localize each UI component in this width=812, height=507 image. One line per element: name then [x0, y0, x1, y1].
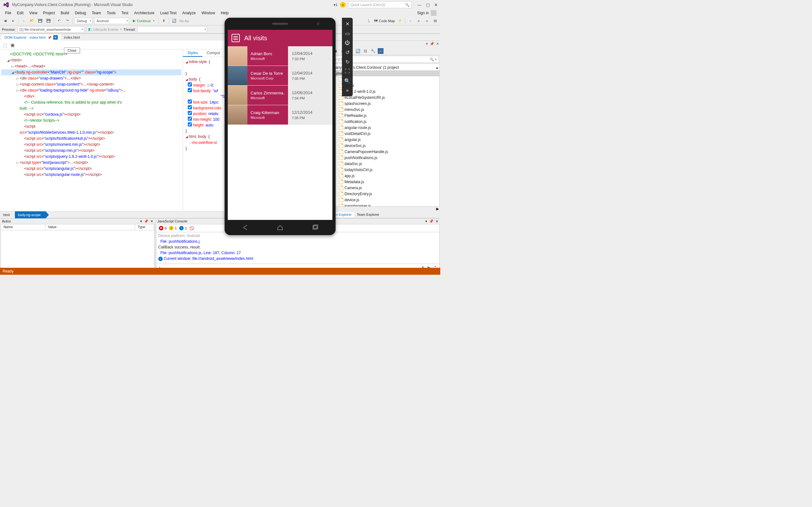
close-icon[interactable]: ✕ — [436, 42, 439, 46]
file-item[interactable]: eLocalFileSystemURI.js — [323, 95, 439, 101]
sol-collapse-icon[interactable]: ⊟ — [362, 48, 368, 54]
notifications-flag[interactable]: ▾1 — [334, 3, 338, 7]
recents-icon[interactable] — [311, 224, 318, 231]
close-button[interactable]: ✕ — [434, 3, 438, 7]
tb-icon-4[interactable]: ≡ — [424, 18, 430, 24]
quick-launch-input[interactable]: Quick Launch (Ctrl+Q)🔍 — [348, 1, 412, 8]
visit-row[interactable]: Cesar De la TorreMicrosoft Corp12/04/201… — [228, 66, 333, 86]
config-dropdown[interactable]: Debug — [74, 18, 92, 24]
menu-help[interactable]: Help — [218, 10, 231, 16]
menu-view[interactable]: View — [27, 10, 40, 16]
user-avatar-icon[interactable] — [431, 10, 437, 16]
file-item[interactable]: visitDetailCtrl.js — [323, 130, 439, 136]
visit-list[interactable]: Adrian BorsMicrosoft12/04/20147:03 PMCes… — [228, 46, 333, 220]
menu-loadtest[interactable]: Load Test — [158, 10, 179, 16]
tb-icon-5[interactable]: ▤ — [432, 18, 438, 24]
file-item[interactable]: va.js — [323, 76, 439, 82]
tb-icon-1[interactable]: ⚡ — [397, 18, 403, 24]
file-item[interactable]: menuSvc.js — [323, 107, 439, 112]
home-icon[interactable] — [276, 224, 284, 231]
forward-icon[interactable]: ▸ — [10, 18, 16, 24]
code-map-button[interactable]: 🗺Code Map — [374, 19, 395, 23]
jsc-output[interactable]: Device platform: Android File: pushNotif… — [156, 232, 440, 264]
visit-row[interactable]: Craig KittermanMicrosoft12/12/20147:05 P… — [228, 105, 333, 125]
file-item[interactable]: Ctrl.js — [323, 82, 439, 89]
new-item-icon[interactable]: ▫ — [20, 18, 27, 24]
phone-screen[interactable]: All visits Adrian BorsMicrosoft12/04/201… — [228, 30, 333, 220]
file-item[interactable]: y-1.8.2-win8-1.0.js — [323, 89, 439, 95]
save-all-icon[interactable]: 💾 — [45, 18, 52, 24]
solution-search-input[interactable]: xplorer (Ctrl+;) 🔍 ▾ — [324, 56, 439, 63]
refresh-icon[interactable]: 🔄 — [171, 18, 177, 24]
tb-icon-3[interactable]: ≡ — [415, 18, 422, 24]
emu-rotate-right-icon[interactable]: ↻ — [342, 57, 353, 66]
menu-project[interactable]: Project — [41, 10, 57, 16]
redo-icon[interactable]: ↷ — [64, 18, 70, 24]
dropdown-icon[interactable]: ▾ — [425, 219, 427, 223]
restore-button[interactable]: ▢ — [426, 3, 430, 7]
menu-file[interactable]: File — [3, 10, 14, 16]
file-item[interactable]: splashscreen.js — [323, 101, 439, 107]
sign-in-link[interactable]: Sign in — [417, 11, 429, 15]
file-item[interactable]: angular-route.js — [323, 124, 439, 130]
emu-minimize-icon[interactable]: ▭ — [342, 29, 353, 38]
menu-tools[interactable]: Tools — [104, 10, 118, 16]
info-badge[interactable]: i1 — [179, 226, 187, 230]
minimize-button[interactable]: — — [417, 3, 421, 7]
emu-rotate-left-icon[interactable]: ↺ — [342, 48, 353, 57]
menu-team[interactable]: Team — [89, 10, 103, 16]
menu-build[interactable]: Build — [58, 10, 72, 16]
dropdown-icon[interactable]: ▾ — [140, 219, 142, 223]
tab-index-html[interactable]: index.html — [61, 34, 83, 41]
lifecycle-icon[interactable]: ◧ — [88, 27, 91, 32]
open-icon[interactable]: 📂 — [29, 18, 35, 24]
pin-icon[interactable]: 📌 — [144, 219, 148, 223]
error-badge[interactable]: ✖0 — [159, 226, 166, 230]
select-element-icon[interactable]: ⬚ — [3, 43, 7, 48]
scroll-right-icon[interactable]: ▶ — [436, 207, 439, 211]
file-item[interactable]: angular.js — [323, 136, 439, 143]
back-icon[interactable]: ◀ — [2, 18, 8, 24]
folder-documents[interactable]: cuments — [323, 70, 439, 76]
file-item[interactable]: notification.js — [323, 118, 439, 124]
tab-dom-explorer[interactable]: DOM Explorer - index.html 📌 ✕ — [1, 34, 61, 41]
pin-icon[interactable]: 📌 — [48, 36, 51, 39]
breadcrumb-html[interactable]: html — [0, 211, 15, 218]
emu-close-icon[interactable]: ✕ — [342, 19, 353, 29]
sol-refresh-icon[interactable]: 🔄 — [355, 48, 361, 54]
pin-icon[interactable]: 📌 — [430, 42, 434, 46]
menu-test[interactable]: Test — [119, 10, 131, 16]
feedback-icon[interactable]: ☺ — [340, 2, 346, 8]
file-item[interactable]: CameraPopoverHandle.js — [323, 149, 439, 155]
dropdown-icon[interactable]: ▾ — [426, 42, 428, 46]
file-item[interactable]: FileReader.js — [323, 112, 439, 118]
solution-tree[interactable]: Company.Visitors.Client.Cordova' (1 proj… — [323, 63, 440, 207]
step-into-icon[interactable]: ⤵ — [366, 18, 372, 24]
layout-icon[interactable]: ▣ — [10, 43, 14, 48]
file-item[interactable]: DirectoryEntry.js — [323, 191, 439, 197]
file-item[interactable]: todayVisitsCtrl.js — [323, 167, 439, 173]
dom-tree[interactable]: <!DOCTYPE <!DOCTYPE html>> ◢<html> ▷<hea… — [0, 49, 183, 211]
breadcrumb-body[interactable]: body.ng-scope — [15, 211, 46, 218]
file-item[interactable]: Camera.js — [323, 185, 439, 191]
tab-team-explorer[interactable]: Team Explorer — [354, 212, 382, 217]
file-item[interactable]: Metadata.js — [323, 179, 439, 185]
close-icon[interactable]: ✕ — [150, 219, 153, 223]
tab-styles[interactable]: Styles — [183, 49, 202, 57]
menu-architecture[interactable]: Architecture — [132, 10, 157, 16]
tab-computed[interactable]: Comput — [202, 49, 224, 57]
continue-button[interactable]: ▶Continue▾ — [131, 19, 156, 23]
thread-dropdown[interactable] — [137, 26, 207, 33]
hamburger-icon[interactable] — [232, 34, 240, 42]
menu-edit[interactable]: Edit — [14, 10, 26, 16]
emu-fit-icon[interactable]: ⛶ — [342, 66, 353, 76]
emu-zoom-icon[interactable]: 🔍 — [342, 76, 353, 86]
solution-root[interactable]: Company.Visitors.Client.Cordova' (1 proj… — [323, 64, 439, 70]
debug-step-icon[interactable]: ⬇ — [160, 18, 167, 24]
close-tab-icon[interactable]: ✕ — [53, 35, 58, 40]
sol-props-icon[interactable]: 🔧 — [370, 48, 376, 54]
platform-dropdown[interactable]: Android — [94, 18, 129, 24]
file-item[interactable]: pushNotifications.js — [323, 155, 439, 161]
pin-icon[interactable]: 📌 — [429, 219, 434, 223]
emu-more-icon[interactable]: » — [342, 86, 353, 95]
